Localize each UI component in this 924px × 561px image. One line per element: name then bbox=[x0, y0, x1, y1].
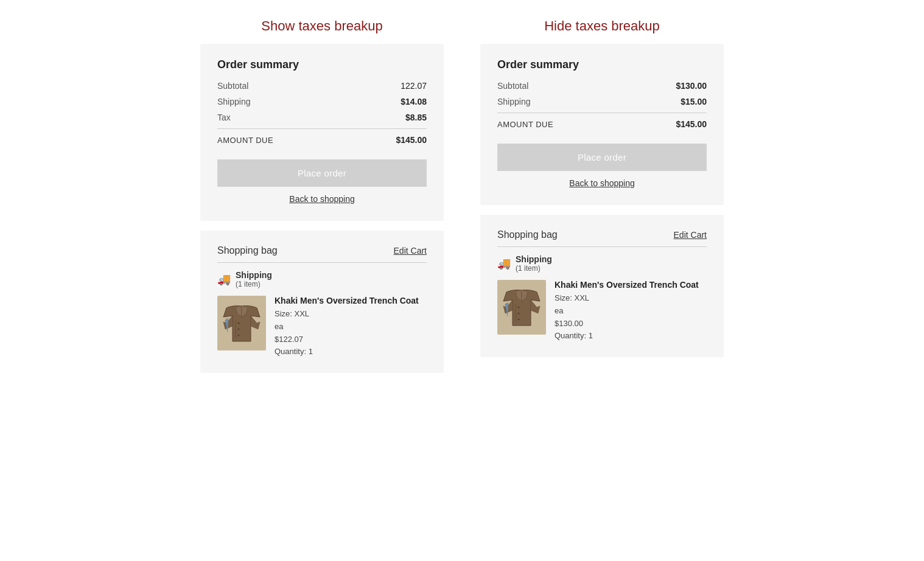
right-product-unit: ea bbox=[555, 306, 563, 315]
right-order-summary-title: Order summary bbox=[497, 58, 707, 71]
left-product-quantity: Quantity: 1 bbox=[275, 347, 313, 356]
right-shipping-info: Shipping (1 item) bbox=[516, 254, 552, 273]
left-product-image bbox=[217, 296, 266, 350]
left-shipping-label: Shipping bbox=[217, 97, 251, 106]
left-panel-heading: Show taxes breakup bbox=[200, 18, 444, 34]
right-shipping-info-row: 🚚 Shipping (1 item) bbox=[497, 254, 707, 273]
left-product-details: Khaki Men's Oversized Trench Coat Size: … bbox=[275, 296, 427, 358]
svg-point-3 bbox=[518, 307, 520, 308]
left-panel: Show taxes breakup Order summary Subtota… bbox=[200, 18, 444, 373]
right-panel: Hide taxes breakup Order summary Subtota… bbox=[480, 18, 724, 373]
right-subtotal-label: Subtotal bbox=[497, 81, 528, 91]
left-product-price: $122.07 bbox=[275, 335, 303, 344]
right-bag-divider bbox=[497, 246, 707, 247]
left-subtotal-label: Subtotal bbox=[217, 81, 248, 91]
left-order-summary-title: Order summary bbox=[217, 58, 427, 71]
right-truck-icon: 🚚 bbox=[497, 257, 511, 270]
left-tax-row: Tax $8.85 bbox=[217, 113, 427, 122]
right-shipping-value: $15.00 bbox=[681, 97, 707, 106]
left-shopping-bag-title: Shopping bag bbox=[217, 245, 278, 256]
left-shipping-info: Shipping (1 item) bbox=[236, 270, 272, 288]
right-product-details: Khaki Men's Oversized Trench Coat Size: … bbox=[555, 280, 707, 343]
left-product-row: Khaki Men's Oversized Trench Coat Size: … bbox=[217, 296, 427, 358]
left-shopping-bag-card: Shopping bag Edit Cart 🚚 Shipping (1 ite… bbox=[200, 231, 444, 373]
right-shipping-info-label: Shipping bbox=[516, 254, 552, 264]
left-subtotal-value: 122.07 bbox=[401, 81, 427, 91]
right-product-quantity: Quantity: 1 bbox=[555, 331, 593, 340]
right-edit-cart-link[interactable]: Edit Cart bbox=[674, 230, 707, 240]
left-shopping-bag-header: Shopping bag Edit Cart bbox=[217, 245, 427, 256]
right-back-to-shopping-link[interactable]: Back to shopping bbox=[497, 178, 707, 188]
svg-point-0 bbox=[238, 322, 240, 324]
right-product-price: $130.00 bbox=[555, 319, 583, 328]
right-panel-heading: Hide taxes breakup bbox=[480, 18, 724, 34]
left-place-order-button[interactable]: Place order bbox=[217, 159, 427, 187]
right-product-image bbox=[497, 280, 546, 335]
left-back-to-shopping-link[interactable]: Back to shopping bbox=[217, 194, 427, 204]
left-product-name: Khaki Men's Oversized Trench Coat bbox=[275, 296, 427, 305]
right-amount-due-row: AMOUNT DUE $145.00 bbox=[497, 119, 707, 129]
right-product-name: Khaki Men's Oversized Trench Coat bbox=[555, 280, 707, 290]
right-order-summary-card: Order summary Subtotal $130.00 Shipping … bbox=[480, 44, 724, 205]
right-subtotal-value: $130.00 bbox=[676, 81, 707, 91]
page-wrapper: Show taxes breakup Order summary Subtota… bbox=[24, 18, 900, 373]
left-product-meta: Size: XXL ea $122.07 Quantity: 1 bbox=[275, 308, 427, 358]
right-product-meta: Size: XXL ea $130.00 Quantity: 1 bbox=[555, 292, 707, 343]
left-tax-value: $8.85 bbox=[405, 113, 427, 122]
right-divider bbox=[497, 113, 707, 113]
right-subtotal-row: Subtotal $130.00 bbox=[497, 81, 707, 91]
left-product-unit: ea bbox=[275, 322, 283, 331]
left-bag-divider bbox=[217, 262, 427, 263]
svg-point-4 bbox=[518, 313, 520, 315]
right-place-order-button[interactable]: Place order bbox=[497, 144, 707, 171]
left-shipping-info-row: 🚚 Shipping (1 item) bbox=[217, 270, 427, 288]
left-shipping-info-label: Shipping bbox=[236, 270, 272, 280]
right-shipping-items-label: (1 item) bbox=[516, 264, 552, 273]
right-amount-due-label: AMOUNT DUE bbox=[497, 120, 553, 129]
left-edit-cart-link[interactable]: Edit Cart bbox=[394, 246, 427, 256]
right-product-row: Khaki Men's Oversized Trench Coat Size: … bbox=[497, 280, 707, 343]
left-amount-due-label: AMOUNT DUE bbox=[217, 136, 273, 145]
right-shopping-bag-header: Shopping bag Edit Cart bbox=[497, 229, 707, 240]
left-shipping-items-label: (1 item) bbox=[236, 280, 272, 288]
right-shipping-label: Shipping bbox=[497, 97, 531, 106]
left-truck-icon: 🚚 bbox=[217, 273, 231, 286]
left-shipping-value: $14.08 bbox=[401, 97, 427, 106]
right-shopping-bag-card: Shopping bag Edit Cart 🚚 Shipping (1 ite… bbox=[480, 215, 724, 357]
svg-point-1 bbox=[238, 329, 240, 330]
left-amount-due-row: AMOUNT DUE $145.00 bbox=[217, 135, 427, 145]
left-product-size: Size: XXL bbox=[275, 309, 309, 318]
left-order-summary-card: Order summary Subtotal 122.07 Shipping $… bbox=[200, 44, 444, 221]
svg-point-2 bbox=[238, 335, 240, 336]
right-shopping-bag-title: Shopping bag bbox=[497, 229, 558, 240]
right-product-size: Size: XXL bbox=[555, 293, 589, 302]
right-amount-due-value: $145.00 bbox=[676, 119, 707, 129]
left-divider bbox=[217, 128, 427, 129]
left-subtotal-row: Subtotal 122.07 bbox=[217, 81, 427, 91]
left-amount-due-value: $145.00 bbox=[396, 135, 427, 145]
left-shipping-row: Shipping $14.08 bbox=[217, 97, 427, 106]
left-tax-label: Tax bbox=[217, 113, 231, 122]
right-shipping-row: Shipping $15.00 bbox=[497, 97, 707, 106]
svg-point-5 bbox=[518, 319, 520, 321]
